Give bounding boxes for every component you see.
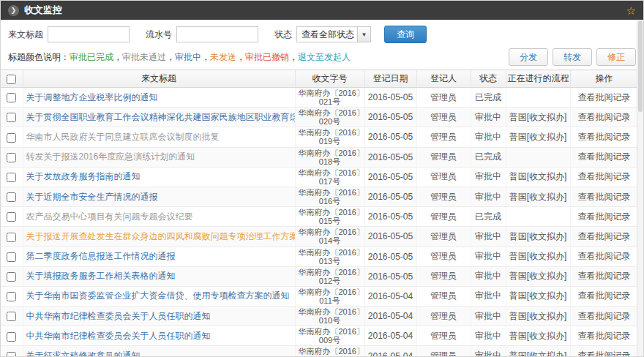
doc-number-line1: 华南府办〔2016〕 [299,168,362,177]
status-text: 审批中 [471,227,506,247]
view-record-link[interactable]: 查看批阅记录 [578,171,631,181]
row-checkbox-cell [1,127,23,147]
row-checkbox[interactable] [7,113,16,122]
row-checkbox[interactable] [7,312,16,321]
chevron-down-icon[interactable]: ▼ [357,27,370,42]
doc-title-link[interactable]: 第二季度政务信息报送工作情况的通报 [26,251,176,261]
doc-title-link[interactable]: 关于调整地方企业税率比例的通知 [26,92,158,102]
col-header-registrant: 登记人 [416,70,471,88]
doc-title-link[interactable]: 农产品交易中心项目有关问题专题会议纪要 [26,211,193,222]
doc-title-link[interactable]: 关于发放政务服务指南的通知 [26,171,141,181]
doc-title-link[interactable]: 华南市人民政府关于同意建立联席会议制度的批复 [26,132,220,142]
legend-item: 审批中 [175,52,201,62]
doc-title-link[interactable]: 关于近期全市安全生产情况的通报 [26,192,158,202]
incoming-doc-monitor-page: ❯ 收文监控 ☆ 来文标题 流水号 状态 查看全部状态 ▼ 查询 标题颜色说明：… [0,0,644,357]
forward-button[interactable]: 转发 [553,48,592,66]
row-checkbox[interactable] [7,252,16,262]
vertical-scrollbar[interactable] [637,20,643,356]
doc-title-link[interactable]: 关于华南市国资委监管企业扩大资金借贷、使用专项检查方案的通知 [26,290,290,301]
doc-title-link[interactable]: 关于报送开展查处发生在群众身边的四风和腐败问题专项治理工作方案通知 [26,231,296,241]
table-row: 关于调整地方企业税率比例的通知 华南府办〔2016〕021号 2016-05-0… [1,88,638,108]
registrant: 管理员 [416,286,471,306]
doc-title-link[interactable]: 关于贯彻全国职业教育工作会议精神深化共建国家民族地区职业教育综合...的通知 [26,112,296,122]
table-row: 第二季度政务信息报送工作情况的通报 华南府办〔2016〕013号 2016-05… [1,247,638,266]
table-body: 关于调整地方企业税率比例的通知 华南府办〔2016〕021号 2016-05-0… [1,88,638,357]
view-record-link[interactable]: 查看批阅记录 [578,251,631,261]
doc-number-line2: 013号 [299,257,362,266]
doc-title-cell: 关于近期全市安全生产情况的通报 [23,187,295,206]
row-checkbox-cell [1,108,23,127]
registrant: 管理员 [416,108,471,127]
doc-title-cell: 中共华南市纪律检查委员会关于人员任职的通知 [23,307,295,326]
revise-button[interactable]: 修正 [596,48,636,66]
row-checkbox[interactable] [7,192,16,202]
doc-number-cell: 华南府办〔2016〕020号 [295,108,364,127]
flow-text: 普国[收文拟办] [506,286,570,306]
row-checkbox[interactable] [7,93,16,102]
register-date: 2016-05-05 [364,108,416,127]
view-record-link[interactable]: 查看批阅记录 [578,132,631,142]
row-checkbox[interactable] [7,133,16,143]
status-text: 已完成 [471,88,506,108]
table-row: 关于华南市国资委监管企业扩大资金借贷、使用专项检查方案的通知 华南府办〔2016… [1,286,638,306]
legend-item: 审批已完成 [70,52,113,62]
select-all-cell [1,70,23,88]
view-record-link[interactable]: 查看批阅记录 [578,92,631,102]
status-text: 已完成 [471,147,506,167]
doc-number-line1: 华南府办〔2016〕 [299,248,362,257]
view-record-link[interactable]: 查看批阅记录 [578,290,631,301]
view-record-link[interactable]: 查看批阅记录 [578,331,631,341]
doc-number-line2: 021号 [299,97,362,106]
operation-cell: 查看批阅记录 [570,167,638,187]
doc-title-link[interactable]: 关于征求文稿修改意见的通知 [26,350,141,357]
status-select[interactable]: 查看全部状态 ▼ [296,26,371,42]
select-all-checkbox[interactable] [7,75,16,84]
register-date: 2016-05-04 [364,286,416,306]
operation-cell: 查看批阅记录 [570,207,638,227]
status-text: 审批中 [471,167,506,187]
row-checkbox-cell [1,88,23,108]
title-filter-input[interactable] [48,26,130,42]
serial-filter-label: 流水号 [146,29,172,41]
status-text: 审批中 [471,108,506,127]
view-record-link[interactable]: 查看批阅记录 [578,211,631,222]
doc-title-link[interactable]: 转发关于报送2016年度应急演练计划的通知 [26,151,195,162]
favorite-star-icon[interactable]: ☆ [626,5,636,16]
view-record-link[interactable]: 查看批阅记录 [578,350,631,357]
row-checkbox[interactable] [7,272,16,282]
doc-number-cell: 华南府办〔2016〕019号 [295,127,364,147]
register-date: 2016-05-04 [364,307,416,326]
doc-number-line1: 华南府办〔2016〕 [299,228,362,236]
collapse-arrow-icon[interactable]: ❯ [8,5,19,16]
row-checkbox[interactable] [7,173,16,182]
row-checkbox[interactable] [7,153,16,162]
registrant: 管理员 [416,147,471,167]
registrant: 管理员 [416,227,471,247]
doc-title-cell: 关于报送开展查处发生在群众身边的四风和腐败问题专项治理工作方案通知 [23,227,295,247]
row-checkbox[interactable] [7,332,16,342]
action-buttons: 分发 转发 修正 [509,48,636,66]
doc-title-link[interactable]: 中共华南市纪律检查委员会关于人员任职的通知 [26,311,211,321]
row-checkbox[interactable] [7,233,16,242]
col-header-register-date: 登记日期 [364,70,416,88]
table-row: 农产品交易中心项目有关问题专题会议纪要 华南府办〔2016〕015号 2016-… [1,207,638,227]
row-checkbox[interactable] [7,352,16,357]
scrollbar-thumb[interactable] [638,20,643,112]
view-record-link[interactable]: 查看批阅记录 [578,231,631,241]
doc-title-link[interactable]: 关于填报政务服务工作相关表格的通知 [26,271,176,281]
serial-filter-input[interactable] [176,26,258,42]
view-record-link[interactable]: 查看批阅记录 [578,271,631,281]
query-button[interactable]: 查询 [384,26,427,43]
doc-number-line1: 华南府办〔2016〕 [299,307,362,316]
row-checkbox[interactable] [7,212,16,222]
view-record-link[interactable]: 查看批阅记录 [578,151,631,162]
view-record-link[interactable]: 查看批阅记录 [578,112,631,122]
register-date: 2016-05-05 [364,167,416,187]
view-record-link[interactable]: 查看批阅记录 [578,311,631,321]
doc-title-link[interactable]: 中共华南市纪律检查委员会关于人员任职的通知 [26,331,211,341]
distribute-button[interactable]: 分发 [509,48,548,66]
legend-separator: ， [113,52,122,62]
row-checkbox[interactable] [7,292,16,301]
view-record-link[interactable]: 查看批阅记录 [578,192,631,202]
doc-number-line1: 华南府办〔2016〕 [299,108,362,117]
